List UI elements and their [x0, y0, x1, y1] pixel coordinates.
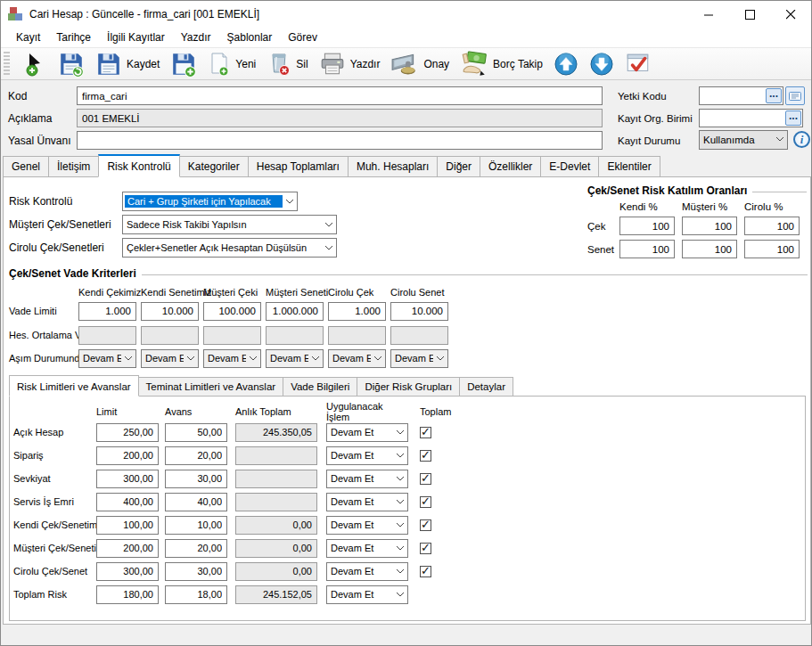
cek-musteri-input[interactable] [682, 217, 737, 235]
yetki-kodu-keypad-button[interactable] [785, 86, 805, 105]
menu-sablonlar[interactable]: Şablonlar [219, 29, 281, 45]
menu-kayit[interactable]: Kayıt [8, 29, 48, 45]
tab-ozellikler[interactable]: Özellikler [480, 156, 541, 177]
limit-input[interactable] [96, 516, 159, 535]
asim-select-4[interactable]: Devam Et [328, 349, 386, 368]
limit-input[interactable] [96, 562, 159, 581]
add-record-button[interactable] [17, 50, 53, 78]
tab-iletisim[interactable]: İletişim [48, 156, 99, 177]
kod-input[interactable] [77, 86, 603, 105]
tab-hesap-toplamlari[interactable]: Hesap Toplamları [248, 156, 349, 177]
toplam-checkbox[interactable] [420, 427, 431, 438]
vade-limiti-input-3[interactable] [266, 302, 324, 321]
senet-kendi-input[interactable] [619, 240, 675, 258]
toplam-checkbox[interactable] [420, 496, 431, 508]
avans-input[interactable] [165, 562, 227, 581]
avans-input[interactable] [165, 423, 227, 442]
islem-select[interactable]: Devam Et [326, 493, 408, 511]
itab-detaylar[interactable]: Detaylar [459, 377, 513, 397]
itab-vade-bilgileri[interactable]: Vade Bilgileri [283, 377, 357, 397]
limit-input[interactable] [96, 446, 159, 465]
tab-muh-hesaplari[interactable]: Muh. Hesapları [348, 156, 438, 177]
delete-button[interactable]: Sil [261, 50, 313, 78]
toplam-checkbox[interactable] [420, 450, 431, 462]
move-up-button[interactable] [548, 50, 584, 78]
yetki-kodu-browse-button[interactable] [766, 88, 782, 103]
row-label: Cirolu Çek/Senet [13, 566, 96, 576]
islem-select[interactable]: Devam Et [326, 562, 408, 581]
islem-select[interactable]: Devam Et [326, 446, 408, 465]
senet-cirolu-input[interactable] [744, 240, 800, 258]
asim-select-2[interactable]: Devam Et [203, 349, 261, 368]
tab-diger[interactable]: Diğer [437, 156, 480, 177]
close-button[interactable] [770, 1, 811, 28]
avans-input[interactable] [165, 516, 227, 535]
toplam-checkbox[interactable] [420, 519, 431, 531]
itab-diger-risk-gruplari[interactable]: Diğer Risk Grupları [357, 377, 460, 397]
toolbar-gripper[interactable] [4, 52, 10, 77]
menu-tarihce[interactable]: Tarihçe [48, 29, 99, 45]
apply-button[interactable] [619, 50, 657, 78]
tab-kategoriler[interactable]: Kategoriler [179, 156, 249, 177]
menu-ilgili-kayitlar[interactable]: İlgili Kayıtlar [99, 29, 173, 45]
minimize-button[interactable] [688, 1, 729, 28]
cek-cirolu-input[interactable] [744, 217, 800, 235]
itab-teminat-limitleri[interactable]: Teminat Limitleri ve Avanslar [138, 377, 284, 397]
avans-input[interactable] [165, 585, 227, 604]
vade-limiti-input-2[interactable] [203, 302, 261, 321]
avans-input[interactable] [165, 493, 227, 511]
move-down-button[interactable] [584, 50, 619, 78]
asim-select-5[interactable]: Devam Et [390, 349, 448, 368]
tab-risk-kontrolu[interactable]: Risk Kontrolü [98, 154, 179, 177]
save-refresh-button[interactable] [53, 49, 90, 79]
avans-input[interactable] [165, 470, 227, 488]
menu-gorev[interactable]: Görev [280, 29, 325, 45]
asim-select-0[interactable]: Devam Et [78, 349, 136, 368]
islem-select[interactable]: Devam Et [326, 516, 408, 535]
limit-input[interactable] [96, 493, 159, 511]
save-new-button[interactable] [165, 49, 202, 79]
menu-yazdir[interactable]: Yazdır [173, 29, 219, 45]
save-button[interactable]: Kaydet [90, 49, 165, 79]
islem-select[interactable]: Devam Et [326, 470, 408, 488]
avans-input[interactable] [165, 539, 227, 558]
vade-limiti-input-0[interactable] [78, 302, 136, 321]
islem-select[interactable]: Devam Et [326, 423, 408, 442]
vade-limiti-input-4[interactable] [328, 302, 386, 321]
risk-kontrolu-select[interactable]: Cari + Grup Şirketi için Yapılacak [122, 192, 298, 211]
new-button[interactable]: Yeni [202, 50, 261, 78]
cirolu-cek-senetleri-select[interactable]: Çekler+Senetler Açık Hesaptan Düşülsün [122, 238, 337, 258]
asim-select-1[interactable]: Devam Et [141, 349, 199, 368]
yasal-unvani-input[interactable] [77, 131, 603, 150]
anlik-toplam-field [235, 585, 317, 604]
toplam-checkbox[interactable] [420, 566, 431, 577]
avans-input[interactable] [165, 446, 227, 465]
senet-musteri-input[interactable] [682, 240, 737, 258]
asim-value-3: Devam Et [267, 353, 308, 364]
kayit-durumu-select[interactable]: Kullanımda [699, 130, 788, 150]
tab-eklentiler[interactable]: Eklentiler [598, 156, 660, 177]
itab-risk-limitleri[interactable]: Risk Limitleri ve Avanslar [9, 375, 139, 397]
musteri-cek-senetleri-select[interactable]: Sadece Risk Takibi Yapılsın [122, 215, 337, 234]
kayit-org-birimi-browse-button[interactable] [785, 110, 801, 126]
islem-select[interactable]: Devam Et [326, 539, 408, 558]
debt-track-button[interactable]: Borç Takip [455, 49, 548, 79]
limit-input[interactable] [96, 423, 159, 442]
vade-limiti-input-5[interactable] [390, 302, 448, 321]
approve-button[interactable]: Onay [385, 50, 455, 78]
toplam-checkbox[interactable] [420, 543, 431, 554]
vade-limiti-input-1[interactable] [141, 302, 199, 321]
limit-input[interactable] [96, 539, 159, 558]
print-button[interactable]: Yazdır [314, 50, 386, 78]
asim-select-3[interactable]: Devam Et [266, 349, 324, 368]
tab-e-devlet[interactable]: E-Devlet [540, 156, 599, 177]
tab-genel[interactable]: Genel [3, 156, 49, 177]
maximize-button[interactable] [729, 1, 770, 28]
limit-input[interactable] [96, 470, 159, 488]
toplam-checkbox[interactable] [420, 473, 431, 485]
limit-input[interactable] [96, 585, 159, 604]
musteri-cek-senetleri-label: Müşteri Çek/Senetleri [9, 218, 122, 231]
islem-select[interactable]: Devam Et [326, 585, 408, 604]
cek-kendi-input[interactable] [619, 217, 675, 235]
info-icon[interactable] [793, 131, 810, 148]
